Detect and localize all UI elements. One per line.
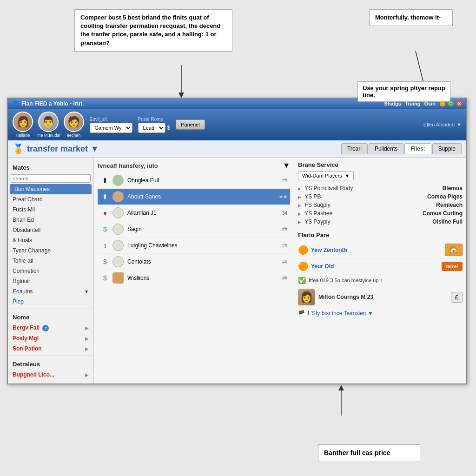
sidebar-item-comnetion[interactable]: Comnetion (8, 266, 93, 276)
sidebar-item-tyear[interactable]: Tyear Chanage (8, 245, 93, 256)
transfer-badge-5: ## (282, 259, 287, 264)
service-value-4: Oisline Full (432, 218, 463, 225)
avatar-group: 👩 Hallade 👨 The Munudar 🧑 eechan (13, 112, 84, 138)
service-row-4: ▶ YS Payply Oisline Full (298, 218, 463, 226)
sidebar-item-obsidantelf[interactable]: Obsidantelf (8, 225, 93, 235)
service-row-2: ▶ FS Sugply Remleach (298, 201, 463, 209)
service-value-3: Comus Curling (423, 210, 463, 217)
sidebar-item-rglrioir[interactable]: Rglrioir (8, 276, 93, 286)
flario-house-button[interactable]: 🏠 (445, 244, 463, 256)
transfer-badge-4: ## (282, 243, 287, 248)
sidebar-search-input[interactable] (8, 173, 93, 184)
brane-service-section: Brane Service Wid-Dam Players ▼ ▶ YS Pon… (298, 161, 463, 226)
callout-right-top: Monterfully, themow it- (369, 9, 453, 26)
transfer-icon-5: $ (100, 258, 110, 265)
chevron-right-icon-3: ▶ (85, 346, 89, 351)
callout-bottom-text: Banther full cas price (324, 449, 390, 456)
transfer-item-2[interactable]: ● Allarnlan J1 34 (98, 205, 290, 221)
flario-name-1[interactable]: Yeur Old (311, 263, 334, 270)
sidebar-item-bhan-ed[interactable]: Bhan Ed (8, 215, 93, 225)
service-value-2: Remleach (436, 202, 463, 208)
tab-supple[interactable]: Supple (432, 143, 462, 154)
dropdown-group-2: Pusie Rome Lead $ (138, 117, 171, 133)
sidebar-item-tohle[interactable]: Tohle atl (8, 256, 93, 266)
tab-trearl[interactable]: Trearl (341, 143, 368, 154)
sidebar-item-eoauins[interactable]: Eoauins ▼ (8, 286, 93, 297)
transfer-icon-3: $ (100, 225, 110, 233)
avatar-eechan[interactable]: 🧑 (64, 112, 84, 132)
sidebar-item-bupgned[interactable]: Bupgned Lico... ▶ (8, 370, 93, 380)
user-name: Ellen Ahinded (423, 122, 455, 127)
sidebar-divider-2 (8, 356, 93, 356)
callout-right-text: Monterfully, themow it- (375, 14, 441, 21)
sidebar-item-fusts-mll[interactable]: Fusts Mll (8, 205, 93, 215)
transfer-item-0[interactable]: ⬆ Ohnglea Full ## (98, 172, 290, 189)
transfer-name-4: Lutgling Chawielnes (127, 242, 282, 249)
transfer-item-1[interactable]: ⬆ Aboutt Sanes ❖❖ (98, 189, 290, 205)
transfer-name-2: Allarnlan J1 (127, 210, 282, 216)
sidebar-item-preat-chard[interactable]: Preat Chard (8, 194, 93, 205)
sidebar-item-poaly[interactable]: Poaly Mgl ▶ (8, 333, 93, 344)
transfer-avatar-5 (112, 256, 124, 267)
transfer-badge-1: ❖❖ (279, 194, 287, 199)
sidebar-item-huals[interactable]: & Huals (8, 235, 93, 245)
triangle-icon-1: ▶ (298, 195, 301, 199)
player-name: Milton Courngs M 23 (318, 294, 373, 300)
transfer-badge-0: ## (282, 178, 287, 183)
tab-files[interactable]: Files: (404, 143, 431, 154)
service-row-0: ▶ YS Poniclivall Rody Blemus (298, 184, 463, 192)
currency-icon: $ (167, 125, 171, 131)
nav-bar: 👩 Hallade 👨 The Munudar 🧑 eechan Eovil_s… (8, 109, 466, 140)
transfer-icon-6: $ (100, 274, 110, 282)
avatar-munudar[interactable]: 👨 (38, 112, 59, 132)
right-panel: Brane Service Wid-Dam Players ▼ ▶ YS Pon… (294, 158, 466, 383)
dropdown2-select[interactable]: Lead (138, 123, 165, 133)
transfer-item-5[interactable]: $ Contoiats ## (98, 254, 290, 270)
app-title-chevron-icon[interactable]: ▼ (91, 144, 99, 154)
transfer-panel-title: fvncalf hansfery, iuto (98, 162, 158, 169)
transfer-icon-1: ⬆ (100, 193, 110, 200)
page-icon: 👤 (12, 100, 19, 107)
close-button[interactable]: ✕ (456, 100, 463, 107)
app-title-text: transfer market (27, 144, 88, 154)
sidebar-item-bergv[interactable]: Bergv Fall ? ▶ (8, 323, 93, 333)
avatar-label-hallade: Hallade (16, 133, 30, 138)
flario-pare-section: Flario Pare 🟠 Yew Zentonth 🏠 🟠 Yeur Old … (298, 231, 463, 319)
transfer-item-3[interactable]: $ Sagin ## (98, 221, 290, 238)
brane-service-list: ▶ YS Poniclivall Rody Blemus ▶ YS PB Com… (298, 184, 463, 226)
help-badge-bergv[interactable]: ? (42, 325, 49, 331)
sidebar-section-mates: Mates (8, 161, 93, 173)
tab-pulidents[interactable]: Pulidents (369, 143, 403, 154)
transfer-icon-0: ⬆ (100, 177, 110, 184)
transfer-panel-chevron-icon[interactable]: ▼ (283, 161, 290, 170)
transfer-name-3: Sagin (127, 226, 282, 232)
transfer-avatar-6 (112, 272, 124, 284)
transfer-name-6: Wisllions (127, 275, 282, 281)
brane-service-dropdown[interactable]: Wid-Dam Players ▼ (298, 171, 354, 180)
transfer-avatar-3 (112, 224, 124, 235)
transfer-avatar-2 (112, 207, 124, 218)
avatar-label-eechan: eechan (67, 133, 81, 138)
service-row-1: ▶ YS PB Comoa Plqes (298, 192, 463, 201)
dropdown1-select[interactable]: Gamem Wy (90, 123, 132, 133)
transfer-item-6[interactable]: $ Wisllions ## (98, 270, 290, 286)
transfer-item-4[interactable]: ↕ Lutgling Chawielnes ## (98, 238, 290, 254)
transfer-badge-6: ## (282, 276, 287, 281)
bottom-link[interactable]: 🏴 L'Sty bisr ince Teansien ▼ (298, 308, 463, 319)
mates-search-field[interactable] (11, 174, 91, 183)
transfer-icon-4: ↕ (100, 242, 110, 249)
sidebar-item-son[interactable]: Son Pation ▶ (8, 344, 93, 354)
flario-talre-button[interactable]: talre! (442, 262, 463, 271)
sidebar-item-bon-mausines[interactable]: Bon Mausines (10, 184, 92, 194)
player-avatar: 👩 (298, 289, 315, 305)
sidebar-link-plep[interactable]: Plep (8, 297, 93, 307)
dropdown2-label: Pusie Rome (138, 117, 171, 122)
panenel-button[interactable]: Panenel (176, 119, 205, 130)
callout-spring: Use your spring pltyer repup tine. (357, 81, 450, 102)
player-currency-button[interactable]: £ (451, 292, 463, 303)
bottom-link-text: L'Sty bisr ince Teansien ▼ (308, 310, 373, 317)
flario-item-0: 🟠 Yew Zentonth 🏠 (298, 241, 463, 259)
flario-name-0[interactable]: Yew Zentonth (311, 247, 347, 253)
avatar-hallade[interactable]: 👩 (13, 112, 33, 132)
transfer-badge-3: ## (282, 227, 287, 232)
